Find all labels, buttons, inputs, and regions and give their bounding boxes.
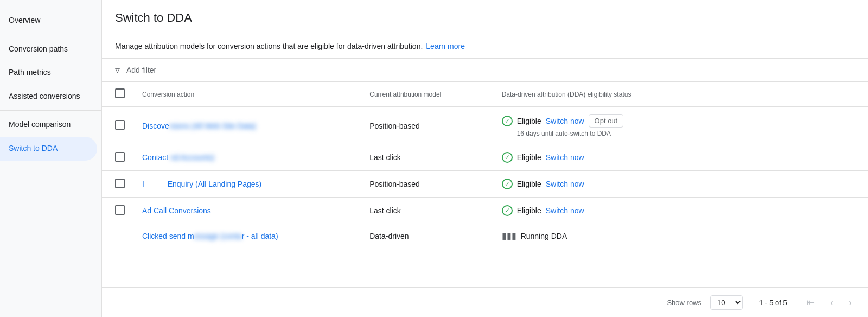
row4-switch-now-button[interactable]: Switch now <box>546 204 584 217</box>
row3-eligible-text: Eligible <box>517 180 541 188</box>
row1-checkbox[interactable] <box>115 120 125 130</box>
add-filter-label[interactable]: Add filter <box>126 66 156 74</box>
row3-checkbox-cell <box>102 171 133 198</box>
next-page-button[interactable]: › <box>845 295 855 310</box>
table-footer: Show rows 10 25 50 100 1 - 5 of 5 ⇤ ‹ › <box>102 287 868 317</box>
page-title: Switch to DDA <box>102 0 868 34</box>
row4-checkbox-cell <box>102 198 133 224</box>
row1-checkbox-cell <box>102 107 133 144</box>
row1-opt-out-button[interactable]: Opt out <box>589 114 624 128</box>
row2-checkbox-cell <box>102 144 133 171</box>
sidebar-item-conversion-paths[interactable]: Conversion paths <box>0 37 97 61</box>
row4-eligibility-cell: ✓ Eligible Switch now <box>502 204 859 217</box>
table-row: Contact nd Accounts) Last click ✓ Eligib… <box>102 144 868 171</box>
row1-conversion-link[interactable]: Discoversions (All Web Site Data) <box>142 122 256 130</box>
prev-page-button[interactable]: ‹ <box>827 295 837 310</box>
row5-running-dda-text: Running DDA <box>521 232 567 240</box>
show-rows-label: Show rows <box>667 299 701 307</box>
row2-switch-now-button[interactable]: Switch now <box>546 151 584 164</box>
col-conversion-action: Conversion action <box>133 82 361 107</box>
row4-current-model: Last click <box>361 198 493 224</box>
col-dda-status: Data-driven attribution (DDA) eligibilit… <box>493 82 868 107</box>
row3-eligibility-cell: ✓ Eligible Switch now <box>502 177 859 191</box>
row2-check-icon: ✓ <box>502 152 513 163</box>
row2-eligible-text: Eligible <box>517 153 541 162</box>
learn-more-link[interactable]: Learn more <box>426 42 465 50</box>
sidebar-item-model-comparison[interactable]: Model comparison <box>0 113 97 137</box>
rows-per-page-select[interactable]: 10 25 50 100 <box>710 295 743 310</box>
row4-eligible-text: Eligible <box>517 206 541 215</box>
main-content: Switch to DDA Manage attribution models … <box>102 0 868 317</box>
row2-checkbox[interactable] <box>115 152 125 162</box>
table-row: I Enquiry (All Landing Pages) Position-b… <box>102 171 868 198</box>
table-row: Ad Call Conversions Last click ✓ Eligibl… <box>102 198 868 224</box>
sidebar-item-overview[interactable]: Overview <box>0 9 97 33</box>
row5-conversion-action: Clicked send message (contar - all data) <box>133 224 361 248</box>
row2-conversion-link[interactable]: Contact nd Accounts) <box>142 153 214 162</box>
row4-check-icon: ✓ <box>502 205 513 216</box>
row5-current-model: Data-driven <box>361 224 493 248</box>
row5-dda-status: ▮▮▮ Running DDA <box>493 224 868 248</box>
row3-dda-status: ✓ Eligible Switch now <box>493 171 868 198</box>
table-header-row: Conversion action Current attribution mo… <box>102 82 868 107</box>
row3-check-icon: ✓ <box>502 179 513 189</box>
row4-conversion-action: Ad Call Conversions <box>133 198 361 224</box>
row1-eligible-text: Eligible <box>517 117 541 125</box>
info-banner: Manage attribution models for conversion… <box>102 34 868 59</box>
row1-switch-now-button[interactable]: Switch now <box>546 115 584 128</box>
row1-eligibility-cell: ✓ Eligible Switch now Opt out 16 days un… <box>502 114 859 137</box>
row2-eligibility-cell: ✓ Eligible Switch now <box>502 151 859 164</box>
bar-chart-icon: ▮▮▮ <box>502 231 516 241</box>
row3-current-model: Position-based <box>361 171 493 198</box>
row3-checkbox[interactable] <box>115 179 125 188</box>
row2-dda-status: ✓ Eligible Switch now <box>493 144 868 171</box>
row3-conversion-link[interactable]: I Enquiry (All Landing Pages) <box>142 180 261 188</box>
sidebar-divider-1 <box>0 35 101 35</box>
row5-running-dda-cell: ▮▮▮ Running DDA <box>502 231 859 241</box>
sidebar-divider-2 <box>0 110 101 111</box>
row2-current-model: Last click <box>361 144 493 171</box>
row4-dda-status: ✓ Eligible Switch now <box>493 198 868 224</box>
col-current-model: Current attribution model <box>361 82 493 107</box>
sidebar-item-path-metrics[interactable]: Path metrics <box>0 61 97 85</box>
table-row: Discoversions (All Web Site Data) Positi… <box>102 107 868 144</box>
col-checkbox <box>102 82 133 107</box>
row2-conversion-action: Contact nd Accounts) <box>133 144 361 171</box>
filter-bar: ▿ Add filter <box>102 59 868 82</box>
row1-auto-switch-text: 16 days until auto-switch to DDA <box>502 130 859 137</box>
row5-conversion-link[interactable]: Clicked send message (contar - all data) <box>142 232 278 240</box>
row1-current-model: Position-based <box>361 107 493 144</box>
row3-conversion-action: I Enquiry (All Landing Pages) <box>133 171 361 198</box>
row1-conversion-action: Discoversions (All Web Site Data) <box>133 107 361 144</box>
table-row: Clicked send message (contar - all data)… <box>102 224 868 248</box>
info-text: Manage attribution models for conversion… <box>115 42 423 50</box>
table-container: Conversion action Current attribution mo… <box>102 82 868 287</box>
first-page-button[interactable]: ⇤ <box>803 294 818 310</box>
header-checkbox[interactable] <box>115 88 125 98</box>
pagination-info: 1 - 5 of 5 <box>751 299 795 307</box>
row1-dda-status: ✓ Eligible Switch now Opt out 16 days un… <box>493 107 868 144</box>
row5-checkbox-cell <box>102 224 133 248</box>
sidebar-item-switch-to-dda[interactable]: Switch to DDA <box>0 137 97 161</box>
row4-conversion-link[interactable]: Ad Call Conversions <box>142 206 211 215</box>
main-table: Conversion action Current attribution mo… <box>102 82 868 248</box>
filter-icon: ▿ <box>115 64 120 76</box>
sidebar-item-assisted-conversions[interactable]: Assisted conversions <box>0 85 97 109</box>
row4-checkbox[interactable] <box>115 205 125 215</box>
row3-switch-now-button[interactable]: Switch now <box>546 177 584 191</box>
row1-check-icon: ✓ <box>502 116 513 126</box>
sidebar: Overview Conversion paths Path metrics A… <box>0 0 102 317</box>
